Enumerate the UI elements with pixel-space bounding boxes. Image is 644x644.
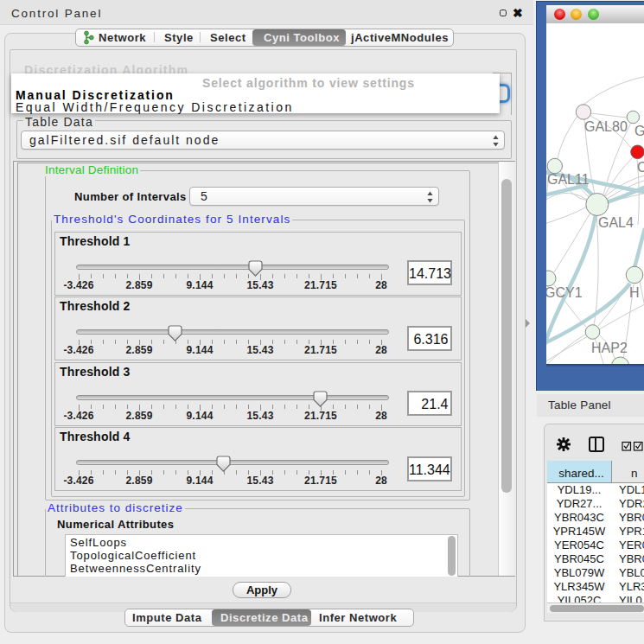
svg-text:HAP2: HAP2	[591, 341, 628, 355]
svg-text:GA: GA	[634, 124, 644, 138]
svg-text:C: C	[637, 160, 644, 175]
svg-text:GAL80: GAL80	[584, 119, 628, 134]
svg-text:GAL4: GAL4	[598, 215, 634, 230]
svg-text:GAL11: GAL11	[547, 172, 590, 187]
svg-text:H: H	[629, 285, 640, 300]
svg-text:GCY1: GCY1	[546, 285, 583, 300]
